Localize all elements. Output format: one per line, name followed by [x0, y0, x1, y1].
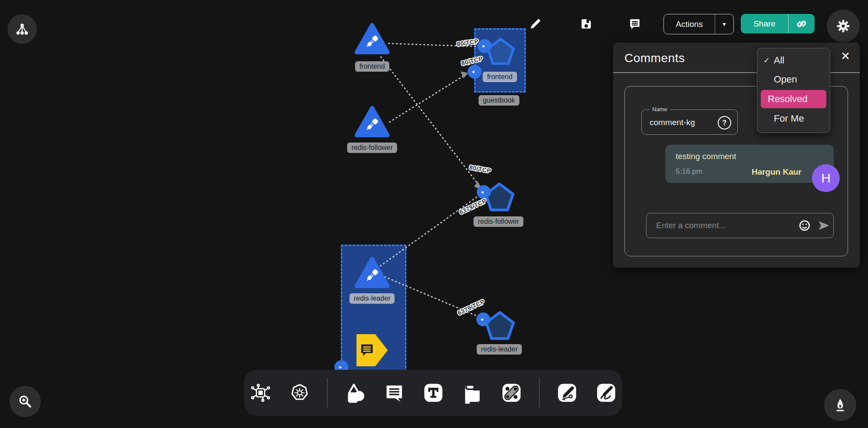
kdl-tool-button[interactable]: [249, 381, 272, 405]
pen-nib-icon: [833, 398, 848, 412]
share-label: Share: [741, 19, 788, 29]
actions-button[interactable]: Actions ▼: [663, 14, 734, 34]
comment-name-field[interactable]: Name ?: [641, 109, 738, 135]
help-icon[interactable]: ?: [718, 116, 731, 129]
text-tool-button[interactable]: [422, 381, 445, 405]
gear-icon: [835, 18, 851, 34]
hierarchy-icon: [16, 23, 29, 36]
comment-author: Hargun Kaur: [752, 167, 802, 177]
toolbar-divider: [327, 378, 328, 408]
smiley-icon: [799, 219, 811, 232]
node-redis-leader-deployment[interactable]: [485, 309, 515, 342]
node-frontend-deployment[interactable]: [486, 36, 515, 67]
node-redis-follower-service[interactable]: [354, 105, 390, 139]
bottom-toolbar: [244, 370, 622, 416]
filter-option-resolved[interactable]: Resolved: [761, 90, 826, 108]
edge-label: 6379/TCP: [458, 197, 488, 216]
shapes-icon: [344, 382, 366, 404]
comment-icon: [628, 17, 642, 31]
port-frontend-80[interactable]: [478, 39, 492, 53]
node-label: redis-follower: [473, 216, 523, 227]
shapes-tool-button[interactable]: [343, 381, 367, 405]
comment-time: 5:16 pm: [676, 167, 702, 176]
pen-tool-button[interactable]: [555, 381, 579, 405]
deployment-pentagon-icon: [485, 309, 515, 342]
filter-option-all[interactable]: ✓ All: [757, 51, 830, 70]
scribble-icon: [595, 382, 617, 404]
link-icon: [795, 17, 808, 30]
avatar: H: [812, 164, 840, 192]
zoom-in-icon: [18, 394, 33, 409]
send-icon: [817, 219, 830, 232]
node-label: frontend: [355, 61, 389, 72]
node-label: redis-leader: [350, 293, 395, 304]
actions-label: Actions: [664, 20, 715, 29]
comment-composer[interactable]: [646, 213, 834, 238]
name-input[interactable]: [649, 110, 716, 135]
connector-tool-button[interactable]: [500, 381, 523, 405]
comment-bubble-icon: [357, 341, 376, 360]
connector-icon: [501, 382, 522, 404]
comment-input[interactable]: [655, 220, 795, 231]
settings-button[interactable]: [827, 10, 860, 43]
emoji-button[interactable]: [795, 219, 814, 232]
group-label: guestbook: [479, 95, 519, 106]
comment-filter-menu: ✓ All Open Resolved For Me: [757, 48, 830, 133]
node-redis-leader-service[interactable]: [354, 255, 390, 289]
filter-option-label: All: [774, 55, 784, 66]
check-icon: ✓: [763, 56, 774, 65]
text-icon: [422, 382, 444, 404]
frame-tool-button[interactable]: [461, 381, 484, 405]
save-icon: [579, 17, 593, 31]
node-label: redis-leader: [477, 344, 522, 355]
draw-mode-button[interactable]: [824, 389, 856, 421]
hierarchy-view-button[interactable]: [7, 14, 37, 44]
comment-icon: [383, 382, 405, 404]
service-triangle-icon: [354, 105, 390, 139]
send-button[interactable]: [814, 219, 833, 232]
diagram-app: frontend frontend guestbook redis-follow…: [0, 0, 868, 428]
pen-path-icon: [556, 382, 578, 404]
save-button[interactable]: [578, 16, 594, 32]
kubernetes-icon: [288, 382, 311, 404]
deployment-pentagon-icon: [486, 36, 515, 67]
pencil-icon: [528, 17, 542, 31]
filter-option-label: For Me: [774, 113, 804, 124]
filter-option-for-me[interactable]: For Me: [757, 109, 830, 128]
comment-tool-button[interactable]: [383, 381, 406, 405]
panel-title: Comments: [624, 51, 685, 65]
edge-label: 80/TCP: [469, 164, 492, 175]
copy-link-button[interactable]: [789, 17, 815, 30]
zoom-button[interactable]: [10, 386, 41, 417]
node-label: frontend: [483, 72, 517, 82]
port-redis-leader[interactable]: [476, 312, 490, 326]
filter-option-label: Open: [774, 74, 797, 85]
service-triangle-icon: [354, 22, 390, 56]
filter-option-open[interactable]: Open: [757, 70, 830, 89]
kubernetes-tool-button[interactable]: [288, 381, 311, 405]
close-icon[interactable]: ✕: [841, 50, 850, 63]
share-button[interactable]: Share: [741, 14, 815, 33]
comment-text: testing comment: [676, 152, 736, 161]
frame-icon: [462, 382, 483, 404]
port-frontend-80b[interactable]: [468, 65, 482, 79]
node-label: redis-follower: [347, 143, 397, 153]
edit-button[interactable]: [528, 16, 543, 32]
toolbar-divider: [539, 378, 540, 408]
node-frontend-service[interactable]: [354, 22, 390, 56]
comment-bubble[interactable]: testing comment 5:16 pm Hargun Kaur: [665, 145, 834, 183]
comments-toggle-button[interactable]: [627, 16, 643, 32]
service-triangle-icon: [354, 255, 390, 289]
chevron-down-icon[interactable]: ▼: [715, 21, 733, 27]
filter-option-label: Resolved: [768, 93, 808, 105]
kdl-icon: [250, 382, 271, 404]
scribble-tool-button[interactable]: [594, 381, 618, 405]
